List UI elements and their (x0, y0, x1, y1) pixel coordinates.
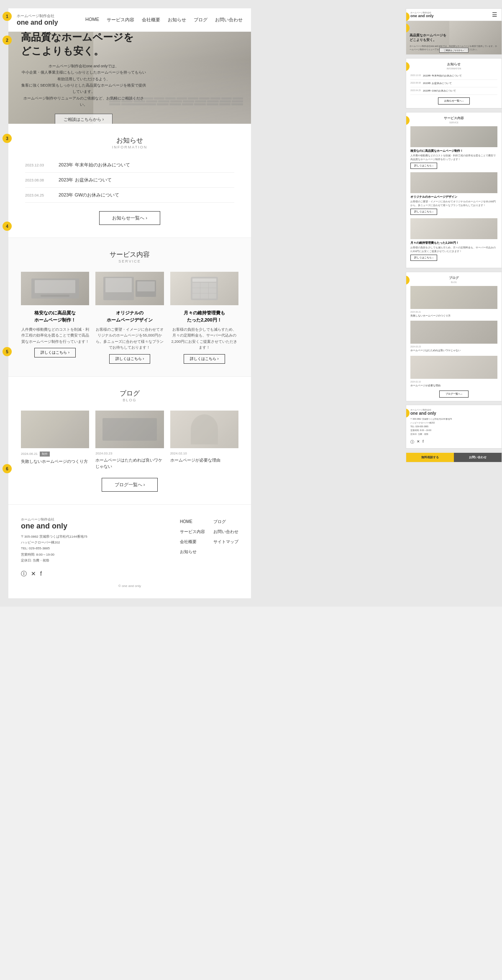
hero-description: ホームページ制作会社one and onlyでは、 中小企業・個人事業主様にもし… (21, 63, 146, 108)
mob-service-btn-3[interactable]: 詳しくはこちら › (410, 255, 437, 261)
hero-content: 高品質なホームページを どこよりも安く。 ホームページ制作会社one and o… (8, 32, 159, 124)
service-detail-btn-1[interactable]: 詳しくはこちら › (34, 348, 76, 357)
mob-service-card-1: 格安なのに高品質なホームページ制作！ 人件費や移動費などのコストを削減・利作工程… (410, 126, 497, 169)
instagram-icon[interactable]: Ⓘ (21, 570, 27, 578)
facebook-icon[interactable]: f (40, 570, 42, 578)
info-more-button[interactable]: お知らせ一覧へ › (99, 211, 160, 225)
mob-blog-card-1: 2024.06.21 失敗しないホームページのつくり方 (410, 286, 497, 317)
hero-title: 高品質なホームページを どこよりも安く。 (21, 32, 146, 58)
section-label-6: 6 (3, 464, 12, 473)
service-card-3: 月々の維持管理費もたった2,200円！ お客様の負担を少しでも減らすため、月々の… (170, 272, 238, 364)
mob-blog-section: ブログ BLOG 2024.06.21 失敗しないホームページのつくり方 202… (406, 272, 502, 401)
mob-logo-main: one and only (410, 14, 434, 18)
section-label-2: 2 (3, 36, 12, 45)
mob-blog-title-3: ホームページが必要な理由 (410, 384, 497, 387)
mob-blog-title-2: ホームページはたためれば良いワケじゃない (410, 349, 497, 352)
mob-cta-btn[interactable]: ご相談はこちらから › (439, 48, 469, 53)
mobile-panel: 1 ホームページ制作会社 one and only ☰ 2 高品質なホームページ… (406, 8, 502, 598)
service-detail-btn-2[interactable]: 詳しくはこちら › (109, 354, 151, 364)
info-row-3: 2023.04.25 2023年 GWのお休みについて (25, 188, 234, 203)
mob-blog-date-3: 2024.02.10 (410, 380, 497, 383)
info-date-2: 2023.08.08 (25, 178, 59, 182)
nav-blog[interactable]: ブログ (194, 17, 207, 23)
mobile-screen-2: 3 お知らせ INFORMATION 2023.12.03 2023年 年末年始… (406, 58, 502, 109)
footer-nav-about[interactable]: 会社概要 (180, 539, 197, 544)
mob-contact-btn[interactable]: お問い合わせ (454, 453, 502, 462)
mob-service-desc-3: お客様の負担を少しでも減らすため、月々の定期料金も、サーバー代込みの2,200円… (410, 246, 497, 253)
footer-copyright: © one and only (21, 578, 238, 590)
mob-info-text-1: 2023年 年末年始のお休みについて (423, 74, 462, 78)
service-section: サービス内容 SERVICE (8, 238, 251, 377)
mob-info-row-1: 2023.12.03 2023年 年末年始のお休みについて (410, 72, 497, 80)
desktop-header: ホームページ制作会社 one and only HOME サービス内容 会社概要… (8, 8, 251, 32)
footer-nav-contact[interactable]: お問い合わせ (213, 529, 238, 534)
mob-service-title-1: 格安なのに高品質なホームページ制作！ (410, 149, 497, 153)
blog-meta-3: 2024.02.10 (170, 452, 238, 455)
blog-badge-1: 制作 (40, 452, 50, 457)
footer-nav-blog[interactable]: ブログ (213, 519, 226, 524)
mob-logo-area: ホームページ制作会社 one and only (410, 11, 434, 18)
mobile-screen-6: 7 無料相談する お問い合わせ (406, 452, 502, 462)
blog-card-1: 2024.06.21 制作 失敗しないホームページのつくり方 (21, 411, 89, 470)
mob-info-more-btn[interactable]: お知らせ一覧へ › (438, 97, 470, 105)
mob-service-btn-2[interactable]: 詳しくはこちら › (410, 209, 437, 215)
nav-about[interactable]: 会社概要 (142, 17, 160, 23)
mob-footer-social: Ⓘ ✕ f (410, 439, 497, 445)
section-label-5: 5 (3, 347, 12, 356)
footer: ホームページ制作会社 one and only 〒305-0862 茨城県つくば… (8, 505, 251, 598)
mob-info-row-3: 2023.04.25 2023年 GWのお休みについて (410, 87, 497, 95)
service-card-desc-3: お客様の負担を少しでも減らすため、月々の定期料金も、サーバー代込みの2,200円… (170, 327, 238, 351)
service-cards: 格安なのに高品質なホームページ制作！ 人件費や移動費などのコストを削減・利作工程… (21, 272, 238, 364)
mob-service-en: SERVICE (410, 121, 497, 124)
hamburger-icon[interactable]: ☰ (492, 11, 497, 18)
info-row-1: 2023.12.03 2023年 年末年始のお休みについて (25, 158, 234, 173)
mob-twitter-icon[interactable]: ✕ (417, 439, 420, 445)
info-row-2: 2023.08.08 2023年 お盆休みについて (25, 173, 234, 188)
footer-nav-news[interactable]: お知らせ (180, 549, 197, 554)
mob-service-desc-1: 人件費や移動費などのコストを削減・利作工程の効率化を図ることで費安で高品質なホー… (410, 154, 497, 161)
footer-address: 〒305-0862 茨城県つくば市松代1144番地75 ハッピークローバー棟20… (21, 534, 167, 564)
nav-contact[interactable]: お問い合わせ (215, 17, 243, 23)
nav-home[interactable]: HOME (85, 17, 99, 23)
nav-desktop: HOME サービス内容 会社概要 お知らせ ブログ お問い合わせ (85, 17, 243, 23)
mob-service-card-3: 月々の維持管理費もたった2,200円！ お客様の負担を少しでも減らすため、月々の… (410, 218, 497, 261)
blog-image-1 (21, 411, 89, 448)
mob-service-card-2: オリジナルのホームページデザイン お客様のご要望・イメージに合わせてオリジナルの… (410, 172, 497, 215)
blog-title-2: ホームページはたためれば良いワケじゃない (95, 457, 164, 470)
service-card-title-2: オリジナルのホームページデザイン (95, 309, 164, 323)
mob-blog-date-1: 2024.06.21 (410, 311, 497, 313)
nav-news[interactable]: お知らせ (168, 17, 186, 23)
blog-image-3 (170, 411, 238, 448)
nav-services[interactable]: サービス内容 (107, 17, 134, 23)
service-title: サービス内容 (21, 250, 238, 259)
mob-instagram-icon[interactable]: Ⓘ (410, 439, 414, 445)
service-card-title-3: 月々の維持管理費もたった2,200円！ (170, 309, 238, 323)
mob-service-btn-1[interactable]: 詳しくはこちら › (410, 163, 437, 169)
service-detail-btn-3[interactable]: 詳しくはこちら › (184, 354, 225, 364)
mob-footer: ホームページ制作会社 one and only 〒305-0862 茨城県つくば… (406, 405, 502, 448)
mob-blog-more-btn[interactable]: ブログ一覧へ › (439, 390, 469, 398)
mobile-screen-3: 4 サービス内容 SERVICE 格安なのに高品質なホームページ制作！ 人件費や… (406, 112, 502, 268)
mob-bottom-bar: 無料相談する お問い合わせ (406, 452, 502, 462)
blog-more-button[interactable]: ブログ一覧へ › (102, 478, 158, 492)
footer-left: ホームページ制作会社 one and only 〒305-0862 茨城県つくば… (21, 517, 167, 578)
mob-blog-img-1 (410, 286, 497, 309)
twitter-icon[interactable]: ✕ (31, 570, 36, 578)
mobile-screen-5: 6 ホームページ制作会社 one and only 〒305-0862 茨城県つ… (406, 405, 502, 449)
footer-nav-col1: HOME サービス内容 会社概要 お知らせ (180, 517, 205, 578)
footer-inner: ホームページ制作会社 one and only 〒305-0862 茨城県つくば… (21, 517, 238, 578)
hero-cta-button[interactable]: ご相談はこちらから › (55, 114, 113, 124)
info-text-3: 2023年 GWのお休みについて (59, 192, 119, 198)
blog-date-1: 2024.06.21 (21, 452, 38, 456)
mob-service-img-2 (410, 172, 497, 193)
hero-section: 高品質なホームページを どこよりも安く。 ホームページ制作会社one and o… (8, 32, 251, 124)
blog-section: ブログ BLOG (8, 377, 251, 505)
mob-facebook-icon[interactable]: f (423, 439, 424, 445)
footer-nav-home[interactable]: HOME (180, 519, 192, 524)
mob-blog-img-2 (410, 321, 497, 344)
mob-consult-btn[interactable]: 無料相談する (406, 453, 454, 462)
logo-area: ホームページ制作会社 one and only (17, 13, 58, 26)
footer-nav-services[interactable]: サービス内容 (180, 529, 205, 534)
footer-nav-sitemap[interactable]: サイトマップ (213, 539, 238, 544)
mob-blog-title-1: 失敗しないホームページのつくり方 (410, 314, 497, 317)
